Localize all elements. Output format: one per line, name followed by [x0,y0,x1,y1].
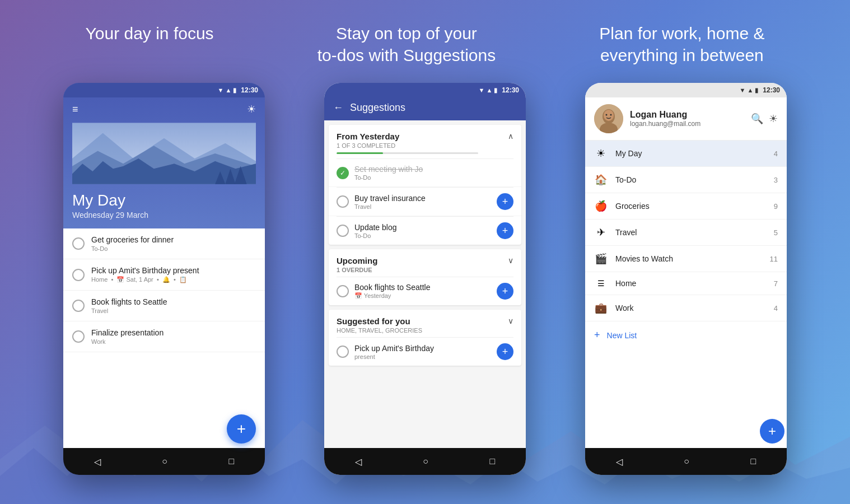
wifi-icon: ▼ [218,87,224,94]
recents-button-phone2[interactable]: □ [490,456,496,466]
suggested-chevron[interactable]: ∨ [508,316,513,325]
suggestion-item-3[interactable]: Update blog To-Do + [329,217,521,245]
todo-item-4[interactable]: Finalize presentation Work [63,321,265,352]
svg-point-7 [604,110,614,121]
home-button-phone3[interactable]: ○ [684,456,689,466]
brightness-icon-1[interactable]: ☀ [247,103,256,115]
completed-checkbox-1[interactable]: ✓ [337,167,349,179]
todo-list: Get groceries for dinner To-Do Pick up A… [63,228,265,448]
svg-point-8 [606,114,608,116]
sugg-sub-3: To-Do [354,232,491,239]
phone2-title-block: Stay on top of yourto-dos with Suggestio… [317,22,496,66]
nav-item-groceries[interactable]: 🍎 Groceries 9 [585,193,787,220]
upcoming-sub: 1 OVERDUE [337,267,377,273]
suggested-checkbox-1[interactable] [337,346,349,358]
upcoming-title: Upcoming [337,256,377,265]
nav-item-work[interactable]: 💼 Work 4 [585,295,787,321]
recents-button-phone3[interactable]: □ [751,456,756,466]
nav-label-work: Work [615,304,766,312]
travel-icon: ✈ [594,226,608,239]
upcoming-chevron[interactable]: ∨ [508,256,513,265]
nav-label-myday: My Day [615,149,766,158]
add-button-2[interactable]: + [497,193,513,210]
upcoming-card: Upcoming 1 OVERDUE ∨ Book flights to Sea… [329,249,521,305]
user-name: Logan Huang [630,110,744,120]
groceries-icon: 🍎 [594,200,608,212]
todo-main-3: Book flights to Seattle [91,297,256,306]
brightness-icon-3[interactable]: ☀ [769,113,778,125]
phone2-heading: Stay on top of yourto-dos with Suggestio… [317,22,496,66]
sugg-sub-2: Travel [354,203,491,210]
todo-sub-3: Travel [91,307,256,314]
search-icon[interactable]: 🔍 [751,113,763,125]
bottom-bar-2: ◁ ○ □ [324,448,526,475]
signal-icon-2: ▲ [486,87,492,94]
todo-checkbox-2[interactable] [72,269,85,281]
back-button-2[interactable]: ← [333,102,343,114]
suggested-main-1: Pick up Amit's Birthday [354,344,491,353]
phone1-heading: Your day in focus [86,22,214,44]
back-button-phone2[interactable]: ◁ [355,456,362,467]
todo-checkbox-3[interactable] [72,300,85,312]
todo-main-1: Get groceries for dinner [91,235,256,244]
todo-main-2: Pick up Amit's Birthday present [91,266,256,275]
sugg-checkbox-3[interactable] [337,225,349,237]
user-email: logan.huang@mail.com [630,120,744,128]
nav-count-myday: 4 [774,150,778,158]
upcoming-sub-1: 📅 Yesterday [354,292,491,300]
nav-list: ☀ My Day 4 🏠 To-Do 3 🍎 Groceries 9 ✈ Tra… [585,141,787,448]
add-button-3[interactable]: + [497,222,513,239]
suggestion-item-2[interactable]: Buy travel insurance Travel + [329,188,521,216]
new-list-item[interactable]: + New List [585,321,787,349]
from-yesterday-chevron[interactable]: ∧ [508,132,513,141]
todo-item-3[interactable]: Book flights to Seattle Travel [63,291,265,321]
my-day-title: My Day [72,192,256,209]
nav-item-home[interactable]: ☰ Home 7 [585,272,787,295]
time-display-2: 12:30 [502,86,519,94]
hamburger-icon[interactable]: ≡ [72,104,78,115]
home-button-1[interactable]: ○ [162,456,167,466]
suggestions-title: Suggestions [350,102,405,114]
add-task-fab[interactable]: + [227,414,256,444]
phone-2: ▼ ▲ ▮ 12:30 ← Suggestions From Yesterday… [324,83,526,475]
sugg-main-1: Set meeting with Jo [354,165,513,174]
todo-checkbox-1[interactable] [72,237,85,250]
battery-icon: ▮ [233,87,236,94]
bottom-bar-3: ◁ ○ □ [585,448,787,475]
sugg-sub-1: To-Do [354,174,513,181]
my-day-date: Wednesday 29 March [72,211,256,220]
time-display-3: 12:30 [763,86,780,94]
sugg-checkbox-2[interactable] [337,195,349,208]
todo-icon: 🏠 [594,174,608,186]
suggested-for-you-card: Suggested for you HOME, TRAVEL, GROCERIE… [329,310,521,366]
suggested-title: Suggested for you [337,316,422,326]
back-button-1[interactable]: ◁ [94,456,101,467]
nav-item-myday[interactable]: ☀ My Day 4 [585,141,787,167]
from-yesterday-title: From Yesterday [337,132,399,141]
time-display-1: 12:30 [241,86,258,94]
nav-item-todo[interactable]: 🏠 To-Do 3 [585,167,787,193]
nav-item-movies[interactable]: 🎬 Movies to Watch 11 [585,246,787,272]
status-bar-1: ▼ ▲ ▮ 12:30 [63,83,265,97]
add-button-suggested-1[interactable]: + [497,343,513,360]
signal-icon: ▲ [225,87,231,94]
suggestion-item-1[interactable]: ✓ Set meeting with Jo To-Do [329,159,521,187]
back-button-phone3[interactable]: ◁ [616,456,623,467]
recents-button-1[interactable]: □ [229,456,235,466]
phone3-title-block: Plan for work, home &everything in betwe… [599,22,764,66]
phone1-title-block: Your day in focus [86,22,214,66]
todo-item-1[interactable]: Get groceries for dinner To-Do [63,228,265,259]
todo-item-2[interactable]: Pick up Amit's Birthday present Home • 📅… [63,259,265,291]
upcoming-checkbox-1[interactable] [337,285,349,297]
add-list-fab[interactable]: + [760,419,784,444]
home-button-phone2[interactable]: ○ [423,456,428,466]
todo-checkbox-4[interactable] [72,330,85,343]
phone-3: ▼ ▲ ▮ 12:30 Logan Huan [585,83,787,475]
from-yesterday-sub: 1 OF 3 COMPLETED [337,142,399,149]
add-button-upcoming-1[interactable]: + [497,283,513,300]
suggested-item-1[interactable]: Pick up Amit's Birthday present + [329,338,521,366]
nav-item-travel[interactable]: ✈ Travel 5 [585,220,787,246]
suggestions-header: ← Suggestions [324,97,526,120]
work-icon: 💼 [594,302,608,314]
upcoming-item-1[interactable]: Book flights to Seattle 📅 Yesterday + [329,277,521,305]
